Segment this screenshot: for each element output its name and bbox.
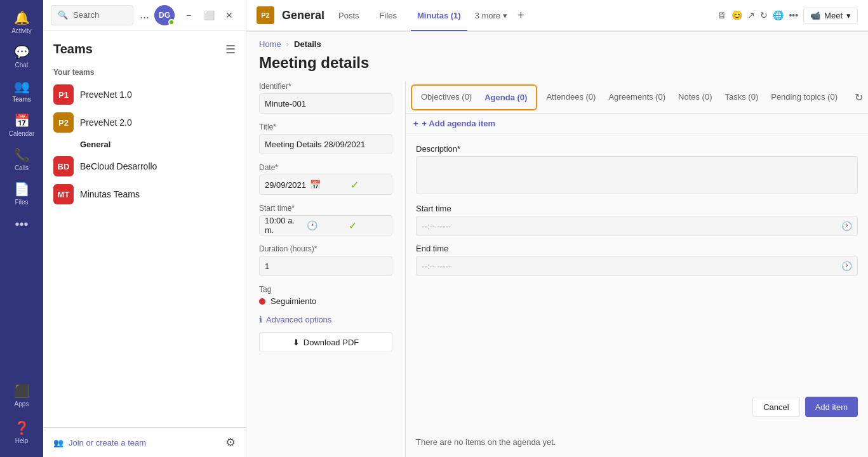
close-button[interactable]: ✕ — [220, 6, 238, 24]
avatar-online-indicator — [168, 19, 175, 25]
search-icon: 🔍 — [58, 10, 68, 20]
agenda-end-time-label: End time — [416, 244, 858, 253]
form-group-tag: Tag Seguimiento — [259, 285, 392, 306]
help-icon: ❓ — [14, 420, 30, 435]
sidebar-settings-icon[interactable]: ⚙ — [225, 435, 236, 449]
tab-minutas[interactable]: Minutas (1) — [411, 1, 467, 31]
download-pdf-button[interactable]: ⬇ Download PDF — [259, 332, 392, 352]
calls-icon: 📞 — [14, 147, 30, 162]
identifier-input[interactable]: Minute-001 — [259, 93, 392, 114]
team-item-becloud[interactable]: BD BeCloud Desarrollo ••• — [43, 152, 246, 180]
description-input[interactable] — [416, 156, 858, 194]
channel-badge: P2 — [257, 6, 274, 24]
avatar[interactable]: DG — [154, 5, 175, 25]
join-team-button[interactable]: 👥 Join or create a team — [53, 438, 219, 447]
duration-input[interactable]: 1 — [259, 256, 392, 276]
sidebar-section-label: Your teams — [43, 64, 246, 81]
rail-item-files[interactable]: 📄 Files — [0, 176, 43, 211]
team-avatar-minutas: MT — [53, 184, 74, 204]
team-item-prevenet2[interactable]: P2 PreveNet 2.0 ••• — [43, 109, 246, 136]
cancel-button[interactable]: Cancel — [752, 397, 799, 417]
tag-row: Seguimiento — [259, 296, 392, 306]
breadcrumb-home[interactable]: Home — [259, 39, 281, 49]
advanced-options-button[interactable]: ℹ Advanced options — [259, 315, 392, 324]
rail-item-activity[interactable]: 🔔 Activity — [0, 5, 43, 39]
tab-tasks[interactable]: Tasks (0) — [718, 86, 765, 109]
topbar-more-dots[interactable]: ... — [140, 8, 149, 22]
start-time-input[interactable]: 10:00 a. m. 🕐 ✓ — [259, 215, 392, 235]
rail-item-calendar-label: Calendar — [9, 130, 35, 137]
emoji-icon[interactable]: 😊 — [731, 10, 742, 20]
calendar-input-icon: 📅 — [310, 180, 346, 190]
files-icon: 📄 — [14, 182, 30, 197]
agenda-end-time-input[interactable]: --:-- ----- 🕐 — [416, 256, 858, 276]
topbar-right: ... DG − ⬜ ✕ — [140, 5, 238, 25]
search-bar[interactable]: 🔍 Search — [51, 5, 133, 25]
add-item-submit-button[interactable]: Add item — [805, 397, 858, 417]
tab-more[interactable]: 3 more ▾ — [475, 11, 507, 20]
tab-notes[interactable]: Notes (0) — [672, 86, 718, 109]
rail-item-files-label: Files — [15, 199, 28, 206]
globe-icon[interactable]: 🌐 — [773, 10, 784, 20]
rail-more-dots[interactable]: ••• — [15, 211, 28, 238]
title-input[interactable]: Meeting Details 28/09/2021 — [259, 134, 392, 154]
highlighted-tabs-wrapper: Objectives (0) Agenda (0) — [411, 84, 537, 110]
breadcrumb: Home › Details — [246, 32, 868, 54]
team-item-minutas[interactable]: MT Minutas Teams ••• — [43, 180, 246, 208]
left-rail: 🔔 Activity 💬 Chat 👥 Teams 📅 Calendar 📞 C… — [0, 0, 43, 457]
add-agenda-button[interactable]: + + Add agenda item — [413, 119, 860, 128]
channel-item-general[interactable]: General — [43, 136, 246, 152]
screen-share-icon[interactable]: 🖥 — [718, 10, 726, 20]
video-icon: 📹 — [810, 11, 820, 20]
main-content: P2 General Posts Files Minutas (1) 3 mor… — [246, 0, 868, 457]
rail-item-help[interactable]: ❓ Help — [14, 415, 30, 449]
clock-icon: 🕐 — [307, 220, 345, 230]
chevron-down-icon: ▾ — [503, 11, 507, 20]
rail-item-apps[interactable]: ⬛ Apps — [14, 378, 30, 413]
rail-item-chat[interactable]: 💬 Chat — [0, 39, 43, 74]
rail-item-calendar[interactable]: 📅 Calendar — [0, 108, 43, 142]
rail-item-calls[interactable]: 📞 Calls — [0, 142, 43, 176]
apps-icon: ⬛ — [14, 383, 30, 399]
expand-icon[interactable]: ↗ — [747, 10, 755, 20]
tag-value: Seguimiento — [270, 296, 316, 306]
restore-button[interactable]: ⬜ — [200, 6, 218, 24]
team-name-prevenet2: PreveNet 2.0 — [80, 117, 218, 128]
time-check-icon: ✓ — [349, 220, 387, 232]
team-avatar-prevenet1: P1 — [53, 84, 74, 105]
description-field-group: Description* — [416, 144, 858, 196]
tab-attendees[interactable]: Attendees (0) — [540, 86, 602, 109]
refresh-icon[interactable]: ↻ — [760, 10, 768, 20]
meet-chevron-icon: ▾ — [846, 11, 851, 20]
tab-agenda[interactable]: Agenda (0) — [478, 86, 533, 109]
agenda-start-time-placeholder: --:-- ----- — [422, 222, 451, 231]
tab-agreements[interactable]: Agreements (0) — [602, 86, 672, 109]
tab-pending-topics[interactable]: Pending topics (0) — [765, 86, 844, 109]
form-group-title: Title* Meeting Details 28/09/2021 — [259, 123, 392, 154]
minimize-button[interactable]: − — [180, 6, 197, 24]
agenda-start-time-input[interactable]: --:-- ----- 🕐 — [416, 216, 858, 236]
tab-posts[interactable]: Posts — [332, 1, 366, 31]
start-time-field-group: Start time --:-- ----- 🕐 — [416, 204, 858, 236]
tab-refresh-icon[interactable]: ↻ — [855, 91, 863, 103]
plus-icon: + — [413, 119, 418, 128]
breadcrumb-current: Details — [294, 39, 321, 49]
meet-button[interactable]: 📹 Meet ▾ — [803, 8, 858, 23]
tab-objectives[interactable]: Objectives (0) — [415, 86, 478, 109]
channel-more-dots[interactable]: ••• — [789, 10, 798, 20]
add-tab-button[interactable]: + — [517, 9, 524, 22]
tag-label: Tag — [259, 285, 392, 294]
rail-item-teams[interactable]: 👥 Teams — [0, 74, 43, 108]
sidebar: 🔍 Search ... DG − ⬜ ✕ Teams ☰ Your teams… — [43, 0, 246, 457]
team-item-prevenet1[interactable]: P1 PreveNet 1.0 ••• — [43, 81, 246, 109]
rail-item-calls-label: Calls — [15, 164, 29, 171]
tab-files[interactable]: Files — [373, 1, 403, 31]
date-input[interactable]: 29/09/2021 📅 ✓ — [259, 175, 392, 195]
team-name-minutas: Minutas Teams — [80, 189, 218, 199]
title-value: Meeting Details 28/09/2021 — [265, 140, 365, 149]
sidebar-menu-icon[interactable]: ☰ — [225, 43, 236, 56]
channel-topbar: P2 General Posts Files Minutas (1) 3 mor… — [246, 0, 868, 32]
form-group-duration: Duration (hours)* 1 — [259, 244, 392, 276]
duration-value: 1 — [265, 262, 269, 271]
channel-name: General — [282, 9, 324, 22]
